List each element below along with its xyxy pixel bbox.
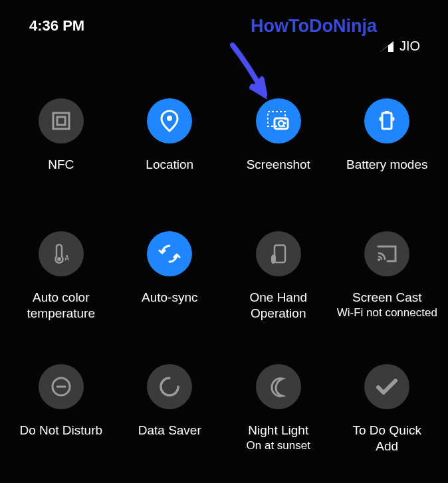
tile-night-light[interactable]: Night Light On at sunset bbox=[224, 352, 333, 483]
tile-location[interactable]: Location bbox=[116, 86, 225, 219]
sync-icon bbox=[147, 231, 192, 276]
tile-label: Auto-sync bbox=[139, 290, 200, 306]
tile-label: Data Saver bbox=[136, 423, 204, 438]
tile-screen-cast[interactable]: Screen Cast Wi-Fi not connected bbox=[333, 219, 442, 352]
svg-point-9 bbox=[57, 257, 61, 261]
svg-rect-11 bbox=[275, 245, 285, 262]
tile-sublabel: Wi-Fi not connected bbox=[334, 306, 440, 320]
datasaver-icon bbox=[147, 364, 192, 409]
status-bar: 4:36 PM bbox=[0, 17, 448, 37]
tile-label: Location bbox=[143, 157, 196, 173]
tile-data-saver[interactable]: Data Saver bbox=[116, 352, 225, 483]
svg-point-12 bbox=[378, 258, 380, 261]
svg-point-3 bbox=[167, 116, 172, 121]
carrier-label: JIO bbox=[399, 39, 420, 54]
onehand-icon bbox=[256, 231, 301, 276]
tile-label: Do Not Disturb bbox=[17, 423, 105, 438]
moon-icon bbox=[256, 364, 301, 409]
tile-nfc[interactable]: NFC bbox=[7, 86, 116, 219]
quick-settings-screen: 4:36 PM JIO HowToDoNinja NFC bbox=[0, 0, 448, 483]
battery-icon bbox=[364, 98, 409, 144]
tile-dnd[interactable]: Do Not Disturb bbox=[7, 352, 116, 483]
svg-text:A: A bbox=[64, 254, 69, 262]
tile-label: Auto color temperature bbox=[25, 290, 98, 322]
dnd-icon bbox=[39, 364, 84, 409]
tile-label: Screen Cast bbox=[350, 290, 425, 306]
svg-point-6 bbox=[279, 121, 284, 126]
screenshot-icon bbox=[256, 98, 301, 144]
thermometer-icon: A bbox=[39, 231, 84, 276]
tile-auto-sync[interactable]: Auto-sync bbox=[116, 219, 225, 352]
tile-label: Screenshot bbox=[244, 157, 313, 173]
check-icon bbox=[364, 364, 409, 409]
tile-sublabel: On at sunset bbox=[244, 438, 313, 452]
tile-label: Battery modes bbox=[344, 157, 431, 173]
location-icon bbox=[147, 98, 192, 144]
svg-rect-1 bbox=[53, 113, 69, 129]
tile-battery-modes[interactable]: Battery modes bbox=[333, 86, 442, 219]
tile-todo-quick-add[interactable]: To Do Quick Add bbox=[333, 352, 442, 483]
tile-screenshot[interactable]: Screenshot bbox=[224, 86, 333, 219]
svg-rect-7 bbox=[382, 113, 392, 129]
watermark-text: HowToDoNinja bbox=[251, 16, 377, 37]
tile-label: One Hand Operation bbox=[247, 290, 310, 322]
svg-rect-8 bbox=[385, 111, 389, 114]
tile-label: To Do Quick Add bbox=[350, 423, 424, 454]
status-right: JIO bbox=[380, 39, 420, 54]
status-time: 4:36 PM bbox=[29, 17, 84, 35]
svg-rect-2 bbox=[57, 117, 65, 125]
tile-auto-color-temp[interactable]: A Auto color temperature bbox=[7, 219, 116, 352]
nfc-icon bbox=[39, 98, 84, 144]
signal-icon bbox=[380, 41, 394, 52]
tile-label: NFC bbox=[45, 157, 76, 173]
tile-label: Night Light bbox=[245, 423, 311, 438]
cast-icon bbox=[364, 231, 409, 276]
tile-one-hand[interactable]: One Hand Operation bbox=[224, 219, 333, 352]
tiles-grid: NFC Location Screenshot Battery modes A bbox=[0, 86, 448, 483]
